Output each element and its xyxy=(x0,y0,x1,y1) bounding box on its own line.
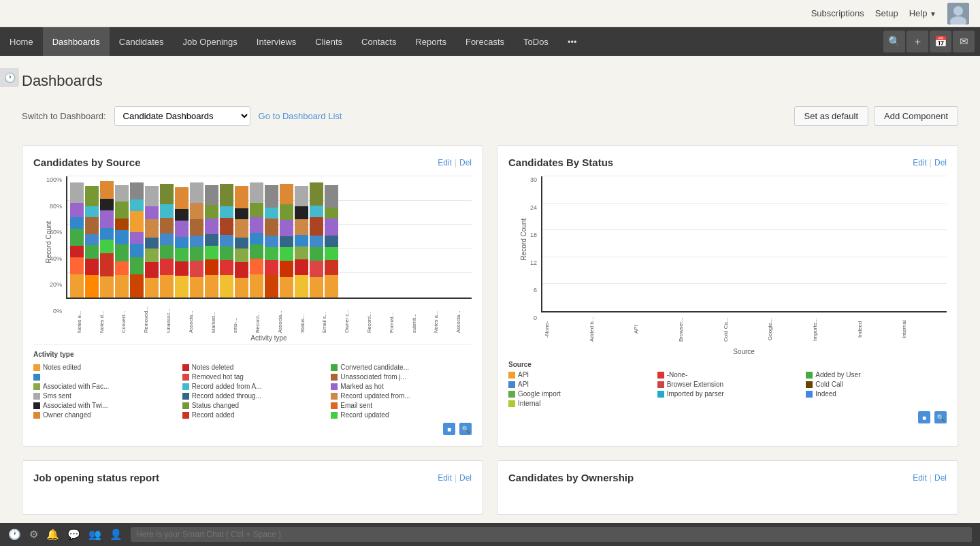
status-clock-icon[interactable]: 🕐 xyxy=(8,528,21,541)
chart4-del[interactable]: Del xyxy=(934,473,947,483)
table-row[interactable] xyxy=(160,184,174,298)
setup-link[interactable]: Setup xyxy=(875,8,898,18)
nav-reports[interactable]: Reports xyxy=(406,27,456,56)
chart2-y-ticks: 30 24 18 12 6 0 xyxy=(508,176,540,321)
nav-contacts[interactable]: Contacts xyxy=(352,27,406,56)
help-link[interactable]: Help ▼ xyxy=(909,8,936,18)
list-item: Sms sent xyxy=(33,392,174,400)
main-content: Dashboards Switch to Dashboard: Candidat… xyxy=(0,56,980,546)
nav-clients[interactable]: Clients xyxy=(306,27,352,56)
chart2-color-btn[interactable]: ■ xyxy=(918,411,930,423)
chart2-legend-title: Source xyxy=(508,361,947,368)
chart1-stacked-bars xyxy=(70,176,469,298)
chart2-area: Record Count 30 24 18 12 6 0 xyxy=(508,176,947,355)
top-bar: Subscriptions Setup Help ▼ ▼ xyxy=(0,0,980,27)
nav-home[interactable]: Home xyxy=(0,27,43,56)
nav-dashboards[interactable]: Dashboards xyxy=(43,27,110,56)
plus-icon: ＋ xyxy=(913,35,923,48)
chart1-edit[interactable]: Edit xyxy=(438,158,452,167)
chart3-del[interactable]: Del xyxy=(459,473,472,483)
dashboard-list-link[interactable]: Go to Dashboard List xyxy=(259,111,342,121)
table-row[interactable] xyxy=(130,182,144,298)
table-row[interactable] xyxy=(295,186,308,298)
chart3-actions: Edit | Del xyxy=(438,473,472,483)
table-row[interactable] xyxy=(280,184,293,298)
list-item: Cold Call xyxy=(806,381,947,388)
chart1-del[interactable]: Del xyxy=(459,158,472,167)
charts-grid: Candidates by Source Edit | Del Record C… xyxy=(22,145,958,447)
list-item: Associated with Twi... xyxy=(33,402,174,409)
status-person-icon[interactable]: 👤 xyxy=(110,528,122,541)
table-row[interactable] xyxy=(70,182,84,298)
nav-forecasts[interactable]: Forecasts xyxy=(456,27,514,56)
chart2-del[interactable]: Del xyxy=(934,158,947,167)
add-button[interactable]: ＋ xyxy=(906,31,928,52)
table-row[interactable] xyxy=(190,182,203,298)
smart-chat-input[interactable] xyxy=(131,527,972,542)
help-dropdown-icon: ▼ xyxy=(930,10,936,18)
chart2-header: Candidates By Status Edit | Del xyxy=(508,157,947,168)
list-item: Internal xyxy=(508,400,649,407)
sidebar-clock[interactable]: 🕐 xyxy=(0,68,19,87)
main-nav: Home Dashboards Candidates Job Openings … xyxy=(0,27,980,56)
status-users-icon[interactable]: 👥 xyxy=(88,528,101,541)
table-row[interactable] xyxy=(175,187,189,298)
list-item: Added by User xyxy=(806,371,947,379)
status-chat-icon[interactable]: 💬 xyxy=(67,528,80,541)
chart-candidates-by-status: Candidates By Status Edit | Del Record C… xyxy=(497,145,958,447)
status-bell-icon[interactable]: 🔔 xyxy=(46,528,59,541)
search-icon: 🔍 xyxy=(888,35,901,48)
table-row[interactable] xyxy=(265,184,278,298)
clock-icon: 🕐 xyxy=(4,72,16,83)
list-item: Record updated xyxy=(331,411,472,419)
table-row[interactable] xyxy=(310,182,323,298)
list-item: Unassociated from j... xyxy=(331,373,472,381)
table-row[interactable] xyxy=(85,186,99,298)
help-label: Help xyxy=(909,8,928,18)
dashboard-select[interactable]: Candidate Dashboards xyxy=(114,106,250,126)
email-icon: ✉ xyxy=(960,35,968,48)
chart1-legend-title: Activity type xyxy=(33,351,472,358)
email-button[interactable]: ✉ xyxy=(953,31,975,52)
nav-interviews[interactable]: Interviews xyxy=(247,27,306,56)
subscriptions-link[interactable]: Subscriptions xyxy=(811,8,864,18)
chart1-legend-section: Activity type Notes edited Notes deleted… xyxy=(33,344,472,419)
table-row[interactable] xyxy=(100,181,114,298)
chart2-title: Candidates By Status xyxy=(508,157,913,168)
table-row[interactable] xyxy=(235,186,248,298)
set-default-button[interactable]: Set as default xyxy=(794,106,869,126)
list-item: Notes deleted xyxy=(182,364,323,371)
table-row[interactable] xyxy=(325,184,338,298)
nav-job-openings[interactable]: Job Openings xyxy=(174,27,247,56)
table-row[interactable] xyxy=(220,184,233,298)
status-settings-icon[interactable]: ⚙ xyxy=(29,528,38,541)
dashboard-controls: Switch to Dashboard: Candidate Dashboard… xyxy=(22,106,958,126)
chart1-zoom-btn[interactable]: 🔍 xyxy=(459,423,472,435)
bottom-panels: Job opening status report Edit | Del Can… xyxy=(22,460,958,515)
add-component-button[interactable]: Add Component xyxy=(874,106,958,126)
search-button[interactable]: 🔍 xyxy=(883,31,905,52)
chart2-zoom-btn[interactable]: 🔍 xyxy=(934,411,947,423)
chart2-edit[interactable]: Edit xyxy=(913,158,927,167)
chart1-color-btn[interactable]: ■ xyxy=(443,423,455,435)
nav-candidates[interactable]: Candidates xyxy=(110,27,174,56)
nav-more[interactable]: ••• xyxy=(558,27,587,56)
nav-todos[interactable]: ToDos xyxy=(514,27,558,56)
chart4-title: Candidates by Ownership xyxy=(508,472,913,483)
list-item: API xyxy=(508,371,649,379)
calendar-icon: 📅 xyxy=(934,35,947,48)
avatar[interactable]: ▼ xyxy=(947,3,969,25)
chart2-legend-section: Source API -None- Added by User API Brow… xyxy=(508,355,947,407)
chart1-area: Record Count 100% 80% 60% 40% 20% 0% xyxy=(33,176,472,342)
list-item: Record added throug... xyxy=(182,392,323,400)
calendar-button[interactable]: 📅 xyxy=(930,31,951,52)
chart4-edit[interactable]: Edit xyxy=(913,473,927,483)
chart1-legend: Notes edited Notes deleted Converted can… xyxy=(33,364,472,419)
chart3-edit[interactable]: Edit xyxy=(438,473,452,483)
table-row[interactable] xyxy=(250,182,263,298)
list-item: Browser Extension xyxy=(657,381,798,388)
table-row[interactable] xyxy=(145,186,159,298)
list-item: Imported by parser xyxy=(657,390,798,398)
table-row[interactable] xyxy=(205,184,218,298)
table-row[interactable] xyxy=(115,184,129,298)
